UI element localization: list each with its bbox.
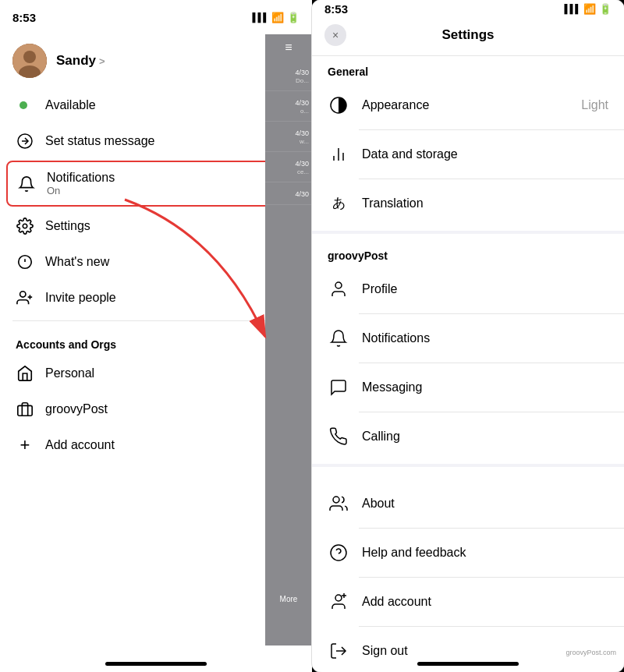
invite-label: Invite people [45,291,116,305]
section-other: About Help and feedback [312,473,624,672]
profile-icon [328,278,349,300]
divider-add-account [359,626,624,627]
signout-icon [328,640,349,662]
wifi-icon-right: 📶 [583,3,596,15]
menu-item-invite[interactable]: Invite people [6,280,306,316]
time-left: 8:53 [12,11,36,24]
wifi-icon: 📶 [271,12,284,23]
svg-point-9 [20,292,26,297]
left-panel: 8:53 ▌▌▌ 📶 🔋 Sandy > [0,0,312,672]
svg-point-20 [331,545,346,561]
settings-item-profile[interactable]: Profile [312,268,624,310]
home-indicator-right [417,662,519,666]
avatar [12,44,47,78]
settings-title: Settings [441,27,494,43]
watermark: groovyPost.com [566,649,616,656]
calling-icon [328,426,349,447]
svg-point-18 [335,282,342,288]
divider-notifications [359,363,624,363]
divider-help [359,577,624,578]
messaging-label: Messaging [362,380,608,394]
settings-item-messaging[interactable]: Messaging [312,366,624,409]
svg-point-19 [333,497,339,503]
divider-messaging [359,412,624,412]
menu-item-status[interactable]: Set status message [6,123,306,159]
more-label: More [277,592,301,607]
available-label: Available [45,98,96,112]
notifications-label-right: Notifications [362,331,608,345]
about-label: About [362,497,608,511]
close-button[interactable]: × [324,24,346,46]
section-divider-1 [312,231,624,234]
status-bar-right: 8:53 ▌▌▌ 📶 🔋 [312,0,624,18]
menu-item-whatsnew[interactable]: What's new [6,244,306,280]
svg-rect-12 [18,405,32,416]
settings-item-translation[interactable]: あ Translation [312,182,624,225]
add-account-icon-right [328,591,349,613]
chat-item-2: 4/30o... [265,93,312,122]
menu-item-notifications[interactable]: Notifications On [6,161,306,207]
status-label: Set status message [45,134,155,148]
chat-item-5: 4/30 [265,184,312,205]
profile-chevron: > [99,55,105,67]
settings-header: × Settings [312,18,624,56]
divider-appearance [359,129,624,130]
menu-item-available[interactable]: Available [6,87,306,123]
calling-label: Calling [362,430,608,444]
notifications-icon-right [328,327,349,349]
svg-point-22 [335,595,342,601]
notifications-text: Notifications On [47,171,115,196]
battery-icon-right: 🔋 [599,3,612,15]
about-icon [328,493,349,515]
groovypost-label: groovyPost [45,402,108,416]
divider-profile [359,313,624,314]
divider-about [359,528,624,529]
status-icon [16,132,34,150]
whatsnew-icon [16,253,34,271]
settings-item-data[interactable]: Data and storage [312,133,624,175]
avatar-svg [12,44,47,78]
chat-item-1: 4/30Do... [265,62,312,91]
profile-label: Profile [362,282,608,296]
section-groovypost-title: groovyPost [312,249,624,268]
personal-icon [16,364,34,383]
settings-item-about[interactable]: About [312,483,624,525]
settings-item-calling[interactable]: Calling [312,416,624,458]
available-icon [16,96,34,115]
svg-point-1 [23,51,36,63]
home-indicator-left [105,662,207,666]
status-icons-right: ▌▌▌ 📶 🔋 [565,3,612,15]
invite-icon [16,288,34,307]
settings-icon [16,217,34,235]
data-icon [328,143,349,165]
status-icons-left: ▌▌▌ 📶 🔋 [253,12,300,23]
settings-item-help[interactable]: Help and feedback [312,532,624,574]
add-account-label: Add account [45,438,115,452]
time-right: 8:53 [324,2,348,16]
filter-icon: ≡ [285,41,292,55]
help-icon [328,542,349,564]
section-divider-2 [312,464,624,467]
menu-item-settings[interactable]: Settings [6,208,306,244]
chat-item-3: 4/30w... [265,123,312,152]
add-account-label-right: Add account [362,595,608,609]
settings-item-appearance[interactable]: Appearance Light [312,84,624,126]
divider-data [359,179,624,179]
notifications-icon [17,175,36,193]
personal-label: Personal [45,366,94,380]
avatar-image [12,44,47,78]
appearance-label: Appearance [362,98,569,112]
settings-label: Settings [45,219,90,233]
battery-icon: 🔋 [287,12,300,23]
help-label: Help and feedback [362,546,608,560]
appearance-value: Light [581,98,608,112]
settings-item-add-account[interactable]: Add account [312,581,624,623]
chat-item-4: 4/30ce... [265,154,312,182]
messaging-icon [328,377,349,398]
profile-name[interactable]: Sandy > [56,53,105,69]
data-label: Data and storage [362,147,608,161]
chat-strip: ≡ 4/30Do... 4/30o... 4/30w... 4/30ce... … [265,34,312,645]
svg-point-5 [23,224,27,228]
settings-item-notifications[interactable]: Notifications [312,317,624,359]
groovypost-icon [16,400,34,419]
